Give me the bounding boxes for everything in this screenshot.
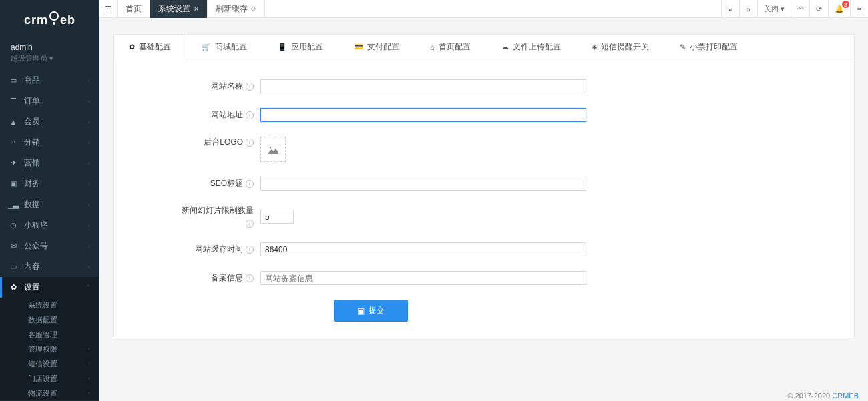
row-cache-time: 网站缓存时间i: [140, 242, 827, 256]
tab-home[interactable]: 首页: [118, 0, 150, 18]
main-nav: ▭商品‹ ☰订单‹ ▲会员‹ ⚬分销‹ ✈营销‹ ▣财务‹ ▁▃数据‹ ◷小程序…: [0, 70, 99, 298]
beian-input[interactable]: [260, 271, 586, 285]
config-form: 网站名称i 网站地址i 后台LOGOi: [114, 59, 854, 338]
footer-link[interactable]: CRMEB: [832, 392, 859, 400]
chevron-left-icon: ‹: [88, 360, 90, 367]
chevron-left-icon: ‹: [88, 202, 90, 208]
cfgtab-print[interactable]: ✎小票打印配置: [664, 35, 753, 59]
nav-item-finance[interactable]: ▣财务‹: [0, 173, 99, 194]
cfgtab-upload[interactable]: ☁文件上传配置: [486, 35, 576, 59]
settings-panel: ✿基础配置 🛒商城配置 📱应用配置 💳支付配置 ⌂首页配置 ☁文件上传配置 ◈短…: [113, 34, 855, 338]
brand-logo[interactable]: crmeb: [0, 0, 99, 40]
chevron-left-icon: ‹: [88, 181, 90, 187]
subnav-service-manage[interactable]: 客服管理: [0, 327, 99, 342]
send-icon: ✈: [9, 159, 17, 167]
nav-item-marketing[interactable]: ✈营销‹: [0, 153, 99, 173]
logo-upload-button[interactable]: [260, 137, 286, 162]
wechat-icon: ✉: [9, 242, 17, 250]
chevron-left-icon: ‹: [88, 77, 90, 84]
site-name-input[interactable]: [260, 79, 586, 93]
info-icon[interactable]: i: [246, 274, 254, 282]
image-icon: [268, 145, 278, 154]
label-admin-logo: 后台LOGO: [204, 137, 243, 148]
nav-item-content[interactable]: ▭内容‹: [0, 256, 99, 277]
chevron-left-icon: ‹: [88, 222, 90, 229]
rss-icon: ◈: [592, 43, 597, 51]
subnav-system-settings[interactable]: 系统设置: [0, 298, 99, 312]
list-icon: ≡: [857, 5, 861, 13]
label-cache-time: 网站缓存时间: [195, 244, 243, 255]
picture-icon: ▭: [9, 262, 17, 271]
info-icon[interactable]: i: [246, 180, 254, 188]
info-icon[interactable]: i: [246, 83, 254, 91]
menu-toggle-button[interactable]: ☰: [99, 0, 118, 18]
notifications-button[interactable]: 🔔3: [828, 0, 850, 18]
chevron-left-icon: ‹: [88, 98, 90, 105]
nav-item-data[interactable]: ▁▃数据‹: [0, 194, 99, 215]
back-button[interactable]: ↶: [791, 0, 809, 18]
caret-down-icon: ▾: [49, 54, 53, 63]
close-dropdown[interactable]: 关闭▾: [757, 0, 791, 18]
chevron-left-icon: ‹: [88, 346, 90, 352]
more-button[interactable]: ≡: [850, 0, 868, 18]
chevron-left-icon: ‹: [88, 390, 90, 396]
tab-next-button[interactable]: »: [739, 0, 757, 18]
nav-item-member[interactable]: ▲会员‹: [0, 111, 99, 132]
info-icon[interactable]: i: [246, 139, 254, 147]
subnav-logistics-settings[interactable]: 物流设置‹: [0, 386, 99, 400]
cfgtab-homepage[interactable]: ⌂首页配置: [415, 35, 486, 59]
chevron-left-icon: ‹: [88, 243, 90, 250]
info-icon[interactable]: i: [246, 111, 254, 119]
subnav-sms-settings[interactable]: 短信设置‹: [0, 356, 99, 371]
row-seo-title: SEO标题i: [140, 177, 827, 191]
subnav-data-config[interactable]: 数据配置: [0, 312, 99, 327]
info-icon[interactable]: i: [246, 246, 254, 254]
cfgtab-mall[interactable]: 🛒商城配置: [186, 35, 262, 59]
footer: © 2017-2020 CRMEB: [787, 392, 859, 400]
chart-icon: ▁▃: [9, 200, 17, 209]
subnav-admin-permission[interactable]: 管理权限‹: [0, 342, 99, 356]
site-url-input[interactable]: [260, 108, 586, 122]
undo-icon: ↶: [797, 5, 803, 13]
chevron-left-icon: ‹: [88, 119, 90, 125]
double-left-icon: «: [728, 5, 732, 13]
row-site-name: 网站名称i: [140, 79, 827, 93]
nav-item-miniprogram[interactable]: ◷小程序‹: [0, 215, 99, 236]
chevron-left-icon: ‹: [88, 139, 90, 146]
tabs-right: « » 关闭▾ ↶ ⟳ 🔔3 ≡: [721, 0, 868, 17]
reload-button[interactable]: ⟳: [809, 0, 828, 18]
share-icon: ⚬: [9, 138, 17, 147]
refresh-icon[interactable]: ⟳: [251, 5, 256, 13]
chevron-left-icon: ‹: [88, 375, 90, 382]
nav-item-distribution[interactable]: ⚬分销‹: [0, 132, 99, 153]
tab-system-settings[interactable]: 系统设置✕: [150, 0, 208, 18]
info-icon[interactable]: i: [246, 220, 254, 228]
bars-icon: ☰: [105, 5, 112, 13]
label-site-url: 网站地址: [211, 109, 243, 121]
tab-refresh-cache[interactable]: 刷新缓存⟳: [208, 0, 265, 18]
sidebar: crmeb admin 超级管理员 ▾ ▭商品‹ ☰订单‹ ▲会员‹ ⚬分销‹ …: [0, 0, 99, 401]
tab-prev-button[interactable]: «: [721, 0, 739, 18]
label-slide-limit: 新闻幻灯片限制数量: [182, 206, 254, 215]
subnav-store-settings[interactable]: 门店设置‹: [0, 371, 99, 386]
submit-button[interactable]: ▣ 提交: [334, 300, 408, 322]
cfgtab-payment[interactable]: 💳支付配置: [339, 35, 415, 59]
nav-item-order[interactable]: ☰订单‹: [0, 91, 99, 111]
user-block[interactable]: admin 超级管理员 ▾: [0, 40, 99, 70]
cloud-icon: ☁: [501, 43, 509, 51]
row-beian: 备案信息i: [140, 271, 827, 285]
cfgtab-basic[interactable]: ✿基础配置: [114, 35, 186, 59]
home-icon: ⌂: [430, 43, 435, 51]
nav-item-product[interactable]: ▭商品‹: [0, 70, 99, 91]
slide-limit-input[interactable]: [260, 210, 294, 224]
cfgtab-sms[interactable]: ◈短信提醒开关: [576, 35, 664, 59]
settings-subnav: 系统设置 数据配置 客服管理 管理权限‹ 短信设置‹ 门店设置‹ 物流设置‹: [0, 298, 99, 400]
cfgtab-app[interactable]: 📱应用配置: [262, 35, 339, 59]
cache-time-input[interactable]: [260, 242, 586, 256]
user-role: 超级管理员 ▾: [11, 53, 89, 63]
nav-item-wechat[interactable]: ✉公众号‹: [0, 236, 99, 256]
nav-item-settings[interactable]: ✿设置˅: [0, 277, 99, 298]
user-icon: ▲: [9, 118, 17, 126]
close-icon[interactable]: ✕: [194, 5, 199, 13]
seo-title-input[interactable]: [260, 177, 586, 191]
